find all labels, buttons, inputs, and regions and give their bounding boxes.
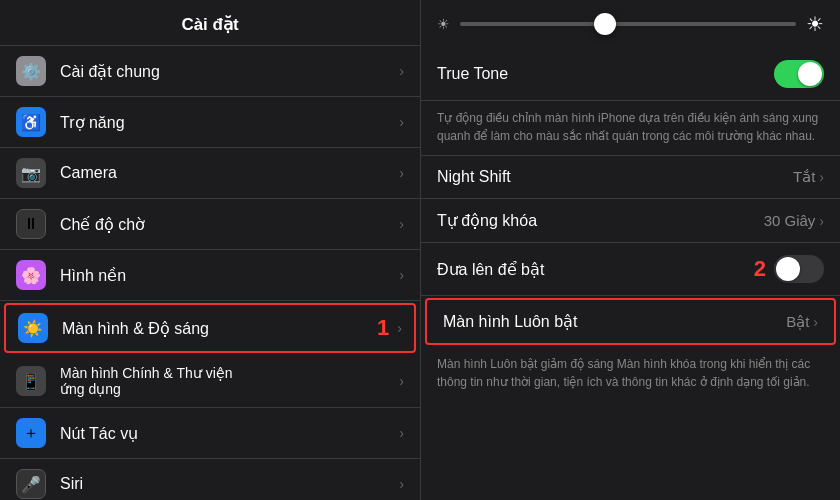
tu-dong-khoa-label: Tự động khóa [437,211,764,230]
camera-icon: 📷 [16,158,46,188]
night-shift-row[interactable]: Night Shift Tắt › [421,156,840,199]
chevron-icon: › [397,320,402,336]
sidebar-item-nut-tac-vu[interactable]: ＋ Nút Tác vụ › [0,408,420,459]
chevron-icon: › [399,476,404,492]
settings-list: ⚙️ Cài đặt chung › ♿ Trợ năng › 📷 Camera… [0,46,420,500]
tu-dong-khoa-chevron: › [819,213,824,229]
chevron-icon: › [399,373,404,389]
left-header: Cài đặt [0,0,420,46]
tro-nang-icon: ♿ [16,107,46,137]
sidebar-item-che-do-cho[interactable]: ⏸ Chế độ chờ › [0,199,420,250]
always-on-row[interactable]: Màn hình Luôn bật Bật › [425,298,836,345]
sun-small-icon: ☀ [437,16,450,32]
true-tone-description: Tự động điều chỉnh màn hình iPhone dựa t… [421,101,840,156]
true-tone-toggle[interactable] [774,60,824,88]
true-tone-row: True Tone [421,48,840,101]
siri-label: Siri [60,475,399,493]
night-shift-label: Night Shift [437,168,793,186]
siri-icon: 🎤 [16,469,46,499]
dua-len-label: Đưa lên để bật [437,260,754,279]
man-hinh-chinh-icon: 📱 [16,366,46,396]
brightness-slider[interactable] [460,22,796,26]
nut-tac-vu-label: Nút Tác vụ [60,424,399,443]
sidebar-item-man-hinh-do-sang[interactable]: ☀️ Màn hình & Độ sáng 1 › [4,303,416,353]
sidebar-item-tro-nang[interactable]: ♿ Trợ năng › [0,97,420,148]
chevron-icon: › [399,425,404,441]
sun-large-icon: ☀ [806,12,824,36]
tu-dong-khoa-row[interactable]: Tự động khóa 30 Giây › [421,199,840,243]
always-on-chevron: › [813,314,818,330]
che-do-cho-icon: ⏸ [16,209,46,239]
slider-thumb[interactable] [594,13,616,35]
brightness-row: ☀ ☀ [421,0,840,48]
che-do-cho-label: Chế độ chờ [60,215,399,234]
chevron-icon: › [399,114,404,130]
sidebar-item-man-hinh-chinh[interactable]: 📱 Màn hình Chính & Thư việnứng dụng › [0,355,420,408]
chevron-icon: › [399,267,404,283]
man-hinh-icon: ☀️ [18,313,48,343]
night-shift-chevron: › [819,169,824,185]
dua-len-row: Đưa lên để bật 2 [421,243,840,296]
tro-nang-label: Trợ năng [60,113,399,132]
hinh-nen-icon: 🌸 [16,260,46,290]
sidebar-item-siri[interactable]: 🎤 Siri › [0,459,420,500]
sidebar-item-cai-dat-chung[interactable]: ⚙️ Cài đặt chung › [0,46,420,97]
step-badge-2: 2 [754,256,766,282]
step-badge-1: 1 [377,315,389,341]
cai-dat-chung-label: Cài đặt chung [60,62,399,81]
right-panel: ☀ ☀ True Tone Tự động điều chỉnh màn hìn… [420,0,840,500]
night-shift-value: Tắt [793,168,815,186]
man-hinh-label: Màn hình & Độ sáng [62,319,377,338]
chevron-icon: › [399,63,404,79]
camera-label: Camera [60,164,399,182]
cai-dat-chung-icon: ⚙️ [16,56,46,86]
sidebar-item-camera[interactable]: 📷 Camera › [0,148,420,199]
always-on-value: Bật [786,313,809,331]
nut-tac-vu-icon: ＋ [16,418,46,448]
tu-dong-khoa-value: 30 Giây [764,212,816,229]
dua-len-toggle[interactable] [774,255,824,283]
always-on-description: Màn hình Luôn bật giảm độ sáng Màn hình … [421,347,840,401]
hinh-nen-label: Hình nền [60,266,399,285]
sidebar-item-hinh-nen[interactable]: 🌸 Hình nền › [0,250,420,301]
always-on-label: Màn hình Luôn bật [443,312,786,331]
left-panel: Cài đặt ⚙️ Cài đặt chung › ♿ Trợ năng › … [0,0,420,500]
left-title: Cài đặt [181,15,238,34]
true-tone-label: True Tone [437,65,774,83]
chevron-icon: › [399,216,404,232]
man-hinh-chinh-label: Màn hình Chính & Thư việnứng dụng [60,365,399,397]
chevron-icon: › [399,165,404,181]
